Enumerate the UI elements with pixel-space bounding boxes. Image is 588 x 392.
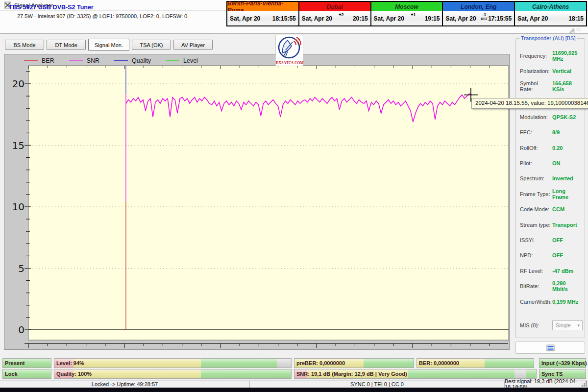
transponder-row-value: 8/9 [552, 129, 560, 135]
legend-line-swatch [24, 60, 38, 61]
transponder-row-value: Vertical [552, 68, 571, 74]
transponder-row-value: 166,658 KS/s [552, 80, 583, 92]
transponder-row-label: Code Mode: [520, 206, 552, 212]
clock: Moscow Sat, Apr 20 +1 19:15 [371, 2, 443, 25]
transponder-row-label: RollOff: [520, 145, 552, 151]
clock-date: Sat, Apr 20 [517, 15, 548, 22]
legend-label: Quality [132, 57, 151, 64]
transponder-row-label: Frame Type: [520, 191, 552, 197]
transponder-row-label: Symbol Rate: [520, 80, 552, 92]
mode-tabbar: BS ModeDT ModeSignal Mon.TSA (OK)AV Play… [5, 38, 213, 51]
clock-time: 19:15 [425, 15, 440, 22]
transponder-row-label: BitRate: [520, 283, 552, 289]
clock-time: 18:15:55 [272, 15, 296, 22]
signal-chart[interactable]: 05101520 [4, 54, 509, 349]
transponder-row: BitRate: 0,280 Mbit/s [520, 278, 583, 294]
dxsatcs-logo-icon [276, 35, 303, 60]
legend-line-swatch [114, 60, 128, 61]
clock: Dubai Sat, Apr 20 +2 20:15 [299, 2, 371, 25]
clock-time: 17:15:55 [488, 15, 512, 22]
transponder-row-value: ON [552, 160, 561, 166]
tab-bs-mode[interactable]: BS Mode [5, 40, 44, 50]
transponder-row: RF Level: -47 dBm [520, 263, 583, 278]
resize-grip[interactable] [582, 381, 588, 388]
tab-tsa-ok-[interactable]: TSA (OK) [132, 40, 171, 50]
clock-date: Sat, Apr 20 [445, 15, 476, 22]
tab-av-player[interactable]: AV Player [173, 40, 213, 50]
transponder-row-label: ISSYI [520, 237, 552, 243]
meter-label: Lock [5, 371, 18, 377]
clock-city: Dubai [299, 2, 370, 11]
chart-legend: BER SNR Quality Level [24, 56, 198, 65]
transponder-row-value: OFF [552, 252, 563, 258]
clock-body: Sat, Apr 20 18:15:55 [227, 11, 298, 25]
meter-sync-ts: Sync TS [539, 369, 586, 379]
watermark-dish-icon [566, 27, 582, 35]
meter-ber: BER: 0,0000000 [416, 358, 534, 368]
clock-body: Sat, Apr 20 +2 20:15 [299, 11, 370, 25]
svg-text:0: 0 [18, 324, 24, 336]
transponder-row-value: Transport [552, 222, 577, 228]
legend-label: BER [42, 57, 54, 64]
svg-text:5: 5 [18, 263, 24, 274]
clock-utc-offset: -1DST [481, 13, 488, 21]
meter-lock: Lock [2, 369, 51, 379]
tuner-subtitle: 27.5W - Intelsat 907 (ID: 3325) @ LOF1: … [17, 13, 187, 19]
meter-input-329-kbps-: Input (~329 Kbps) [539, 358, 586, 368]
meter-label: Present [5, 360, 24, 366]
transponder-row: Stream type: Transport [520, 217, 583, 232]
transponder-row-label: Pilot: [520, 160, 552, 166]
transponder-row-label: Stream type: [520, 222, 552, 228]
transponder-row-label: RF Level: [520, 268, 552, 274]
stream-list-button[interactable] [515, 342, 585, 354]
transponder-row: Modulation: QPSK-S2 [520, 109, 583, 124]
mis-dropdown[interactable]: Single▾ [552, 320, 583, 330]
transponder-row: Frequency: 11690,025 MHz [520, 48, 583, 63]
transponder-row-label: CarrierWidth: [520, 299, 552, 305]
meter-quality: Quality: 100% [54, 369, 292, 379]
tab-signal-mon-[interactable]: Signal Mon. [88, 39, 129, 51]
transponder-row: Polarization: Vertical [520, 63, 583, 78]
clock: Cairo-Athens Sat, Apr 20 18:15 [515, 2, 586, 25]
svg-text:15: 15 [12, 140, 24, 151]
tab-dt-mode[interactable]: DT Mode [47, 40, 86, 50]
legend-label: SNR [87, 57, 99, 64]
dxsatcs-logo: DXSATCS.COM [275, 35, 303, 66]
mis-row: MIS (0):Single▾ [520, 319, 583, 331]
meter-label: Sync TS [541, 371, 563, 377]
clock-date: Sat, Apr 20 [374, 15, 404, 22]
meter-label: SNR: 19,1 dB (Margin: 12,9 dB | Very Goo… [296, 371, 407, 377]
clock-utc-offset: +1 [411, 13, 416, 17]
dxsatcs-logo-text: DXSATCS.COM [276, 61, 303, 65]
statusbar-sync-counters: SYNC 0 | TEI 0 | CC 0 [250, 381, 505, 388]
meter-present: Present [2, 358, 51, 368]
clock-city: London, Eng [443, 2, 514, 11]
transponder-row-value: -47 dBm [552, 268, 573, 274]
transponder-row: Spectrum: Inverted [520, 171, 583, 186]
chart-tooltip: 2024-04-20 18.15.55, value: 19,100000381… [471, 98, 588, 109]
svg-text:10: 10 [12, 201, 24, 213]
transponder-groupbox: Transponder (AU) [BS] Frequency: 11690,0… [515, 38, 585, 338]
legend-line-swatch [69, 60, 83, 61]
transponder-row-value: Long Frame [552, 188, 583, 200]
clock: Berlin-Paris-Vienna-Roma Sat, Apr 20 18:… [227, 2, 299, 25]
transponder-row-value: CCM [552, 206, 564, 212]
transponder-row-label: Frequency: [520, 53, 552, 59]
legend-item: SNR [69, 57, 99, 64]
taskbar-strip [0, 388, 588, 392]
clock-city: Moscow [371, 2, 442, 11]
mis-value: Single [556, 322, 571, 328]
meter-snr: SNR: 19,1 dB (Margin: 12,9 dB | Very Goo… [294, 369, 537, 379]
legend-line-swatch [166, 60, 179, 61]
clock-body: Sat, Apr 20 -1DST 17:15:55 [443, 11, 514, 25]
transponder-title: Transponder (AU) [BS] [519, 35, 577, 41]
transponder-row-label: FEC: [520, 129, 552, 135]
legend-item: BER [24, 57, 54, 64]
transponder-row-label: Spectrum: [520, 175, 552, 181]
meter-label: preBER: 0,0000000 [296, 360, 345, 366]
signal-chart-panel[interactable]: 05101520 BER SNR Quality Level [4, 54, 510, 350]
transponder-row: RollOff: 0.20 [520, 140, 583, 155]
transponder-row: CarrierWidth: 0,199 MHz [520, 294, 583, 309]
clock-date: Sat, Apr 20 [230, 15, 260, 22]
meter-label: Level: 94% [56, 360, 84, 366]
